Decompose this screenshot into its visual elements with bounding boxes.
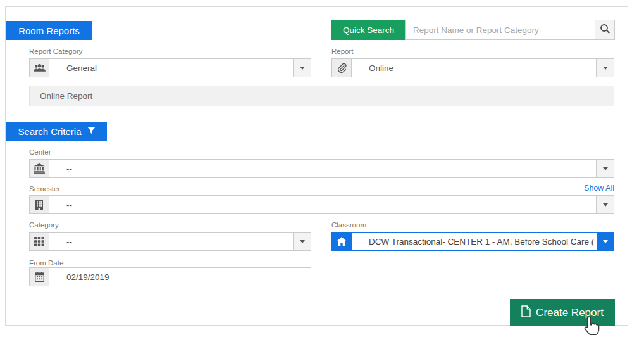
search-criteria-label: Search Criteria bbox=[18, 126, 81, 137]
search-criteria-header[interactable]: Search Criteria bbox=[6, 122, 107, 141]
search-icon bbox=[600, 23, 610, 37]
chevron-down-icon[interactable] bbox=[293, 59, 311, 77]
center-label: Center bbox=[29, 148, 51, 156]
report-category-value: General bbox=[49, 59, 293, 77]
quick-search-input[interactable] bbox=[405, 20, 595, 40]
center-select[interactable]: -- bbox=[29, 159, 614, 178]
quick-search-button[interactable]: Quick Search bbox=[331, 20, 406, 40]
center-value: -- bbox=[49, 160, 596, 177]
building-icon bbox=[30, 196, 49, 213]
report-label: Report bbox=[331, 48, 354, 55]
show-all-link[interactable]: Show All bbox=[584, 184, 614, 193]
paperclip-icon bbox=[332, 59, 352, 77]
grid-icon bbox=[30, 233, 49, 250]
report-select[interactable]: Online bbox=[331, 58, 614, 77]
classroom-label: Classroom bbox=[331, 221, 366, 229]
classroom-value: DCW Transactional- CENTER 1 - AM, Before… bbox=[352, 233, 596, 250]
create-report-label: Create Report bbox=[536, 307, 604, 319]
report-category-select[interactable]: General bbox=[29, 58, 311, 77]
report-value: Online bbox=[352, 59, 596, 77]
semester-label: Semester bbox=[29, 185, 60, 193]
home-icon bbox=[332, 233, 352, 250]
room-reports-page: Room Reports Quick Search Report Categor… bbox=[0, 0, 644, 344]
page-title-label: Room Reports bbox=[18, 25, 80, 36]
bank-icon bbox=[30, 160, 49, 177]
chevron-down-icon[interactable] bbox=[596, 196, 614, 213]
from-date-input[interactable] bbox=[49, 268, 311, 286]
from-date-field[interactable] bbox=[29, 267, 311, 286]
semester-select[interactable]: -- bbox=[29, 195, 614, 214]
chevron-down-icon[interactable] bbox=[293, 233, 311, 250]
chevron-down-icon[interactable] bbox=[596, 233, 614, 250]
create-report-button[interactable]: Create Report bbox=[510, 299, 615, 326]
report-category-label: Report Category bbox=[29, 48, 82, 55]
report-description-text: Online Report bbox=[40, 91, 92, 101]
classroom-select[interactable]: DCW Transactional- CENTER 1 - AM, Before… bbox=[331, 232, 614, 251]
calendar-icon bbox=[30, 268, 49, 286]
category-select[interactable]: -- bbox=[29, 232, 311, 251]
file-icon bbox=[521, 305, 531, 321]
filter-icon bbox=[87, 126, 96, 137]
users-icon bbox=[30, 59, 49, 77]
from-date-label: From Date bbox=[29, 259, 63, 267]
report-description-bar: Online Report bbox=[29, 86, 614, 106]
quick-search-label: Quick Search bbox=[343, 25, 394, 35]
semester-value: -- bbox=[49, 196, 596, 213]
category-value: -- bbox=[49, 233, 293, 250]
search-submit-button[interactable] bbox=[595, 20, 615, 40]
category-label: Category bbox=[29, 221, 59, 229]
page-title-room-reports: Room Reports bbox=[6, 21, 92, 40]
chevron-down-icon[interactable] bbox=[596, 59, 614, 77]
chevron-down-icon[interactable] bbox=[596, 160, 614, 177]
